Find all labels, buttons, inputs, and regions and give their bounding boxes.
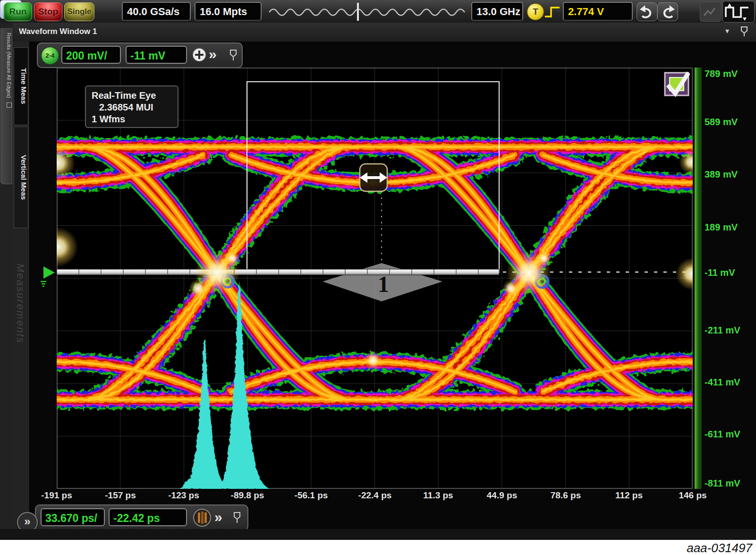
sample-rate-field[interactable]: 40.0 GSa/s bbox=[122, 2, 191, 21]
measurements-watermark: Measurements bbox=[14, 264, 26, 344]
redo-icon bbox=[658, 3, 678, 21]
single-button[interactable]: Single bbox=[64, 2, 94, 21]
horizontal-pin-icon[interactable] bbox=[232, 512, 242, 524]
x-tick-label: -191 ps bbox=[32, 490, 81, 501]
y-tick-label: -211 mV bbox=[705, 325, 754, 336]
horizontal-position-field[interactable]: -22.42 ps bbox=[109, 508, 187, 526]
eye-diagram-plot[interactable] bbox=[57, 68, 693, 489]
x-tick-label: 112 ps bbox=[604, 490, 654, 501]
window-pin-icon[interactable] bbox=[739, 26, 749, 37]
horizontal-more-chevron[interactable]: » bbox=[214, 509, 222, 526]
annotation-mui: 2.36854 MUI bbox=[92, 102, 178, 113]
bottom-bezel bbox=[0, 529, 756, 540]
y-tick-label: 389 mV bbox=[705, 169, 754, 180]
annotation-wfms: 1 Wfms bbox=[92, 113, 178, 125]
waveform-tool-button[interactable] bbox=[722, 1, 755, 23]
stop-button[interactable]: Stop bbox=[34, 2, 62, 21]
tab-time-meas[interactable]: Time Meas bbox=[14, 47, 28, 125]
eye-annotation-box: Real-Time Eye 2.36854 MUI 1 Wfms bbox=[85, 85, 178, 128]
slider-thumb[interactable] bbox=[357, 3, 359, 21]
horizontal-scale-field[interactable]: 33.670 ps/ bbox=[41, 508, 105, 526]
window-titlebar: Waveform Window 1 ▾ bbox=[13, 23, 756, 42]
memory-depth-field[interactable]: 16.0 Mpts bbox=[195, 2, 262, 21]
y-tick-label: -11 mV bbox=[705, 267, 754, 278]
horizontal-zoom-knob-icon[interactable] bbox=[193, 508, 212, 527]
tab-vertical-meas[interactable]: Vertical Meas bbox=[14, 127, 28, 228]
voltage-axis-bar[interactable] bbox=[695, 68, 702, 489]
x-tick-label: -22.4 ps bbox=[350, 490, 399, 501]
top-toolbar: Run Stop Single 40.0 GSa/s 16.0 Mpts 13.… bbox=[0, 0, 756, 23]
vertical-pin-icon[interactable] bbox=[229, 49, 238, 61]
x-tick-label: 11.3 ps bbox=[414, 490, 463, 501]
x-tick-label: 78.6 ps bbox=[541, 490, 590, 501]
y-tick-label: 589 mV bbox=[705, 117, 754, 128]
measurement-tab-rail: Time Meas Vertical Meas Measurements bbox=[13, 42, 30, 540]
x-tick-label: -89.8 ps bbox=[223, 490, 272, 501]
horizontal-scale-bar: 33.670 ps/ -22.42 ps » bbox=[35, 504, 248, 531]
y-tick-label: -411 mV bbox=[705, 377, 754, 388]
square-wave-icon bbox=[723, 1, 754, 22]
y-tick-label: -611 mV bbox=[705, 429, 754, 440]
trigger-edge-icon[interactable] bbox=[544, 4, 563, 18]
trigger-source-icon[interactable]: T bbox=[527, 3, 544, 20]
results-dock-icon bbox=[7, 102, 12, 108]
results-tab-label: Results (Measure All Edges) bbox=[6, 33, 12, 98]
y-tick-label: 789 mV bbox=[705, 68, 754, 79]
figure-id-label: aaa-031497 bbox=[687, 541, 752, 555]
channel-badge[interactable]: 2-4 bbox=[41, 47, 59, 65]
x-tick-label: 44.9 ps bbox=[477, 490, 527, 501]
x-tick-label: 146 ps bbox=[668, 490, 717, 501]
run-button[interactable]: Run bbox=[4, 2, 32, 21]
results-sidebar: Results (Measure All Edges) bbox=[0, 23, 13, 540]
vertical-scale-field[interactable]: 200 mV/ bbox=[61, 46, 121, 64]
bandwidth-field[interactable]: 13.0 GHz bbox=[471, 2, 523, 21]
disabled-tool-button bbox=[700, 2, 722, 22]
eye-width-drag-handle[interactable] bbox=[360, 164, 387, 191]
y-tick-label: 189 mV bbox=[705, 222, 754, 233]
dim-meter-icon bbox=[700, 2, 721, 21]
results-tab[interactable]: Results (Measure All Edges) bbox=[0, 28, 12, 184]
window-title: Waveform Window 1 bbox=[19, 27, 97, 36]
x-tick-label: -56.1 ps bbox=[287, 490, 336, 501]
trigger-level-field[interactable]: 2.774 V bbox=[563, 2, 633, 21]
vertical-more-chevron[interactable]: » bbox=[209, 46, 217, 63]
x-tick-label: -157 ps bbox=[96, 490, 145, 501]
y-tick-label: -811 mV bbox=[705, 478, 754, 489]
vertical-offset-field[interactable]: -11 mV bbox=[126, 46, 187, 64]
undo-button[interactable] bbox=[637, 2, 657, 21]
oscilloscope-screen: Run Stop Single 40.0 GSa/s 16.0 Mpts 13.… bbox=[0, 0, 756, 555]
add-scale-button[interactable] bbox=[192, 47, 207, 62]
vertical-scale-bar: 2-4 200 mV/ -11 mV » bbox=[37, 43, 243, 68]
undo-icon bbox=[637, 3, 657, 21]
horizontal-position-slider[interactable] bbox=[265, 1, 468, 23]
acquisition-checkbox[interactable] bbox=[662, 70, 691, 98]
figure-footer: aaa-031497 bbox=[0, 540, 756, 555]
x-tick-label: -123 ps bbox=[159, 490, 208, 501]
marker-number-label: 1 bbox=[378, 271, 397, 297]
window-menu-caret-icon[interactable]: ▾ bbox=[725, 26, 729, 35]
channel-ground-marker[interactable] bbox=[40, 263, 57, 289]
redo-button[interactable] bbox=[657, 2, 678, 21]
annotation-title: Real-Time Eye bbox=[92, 90, 178, 102]
